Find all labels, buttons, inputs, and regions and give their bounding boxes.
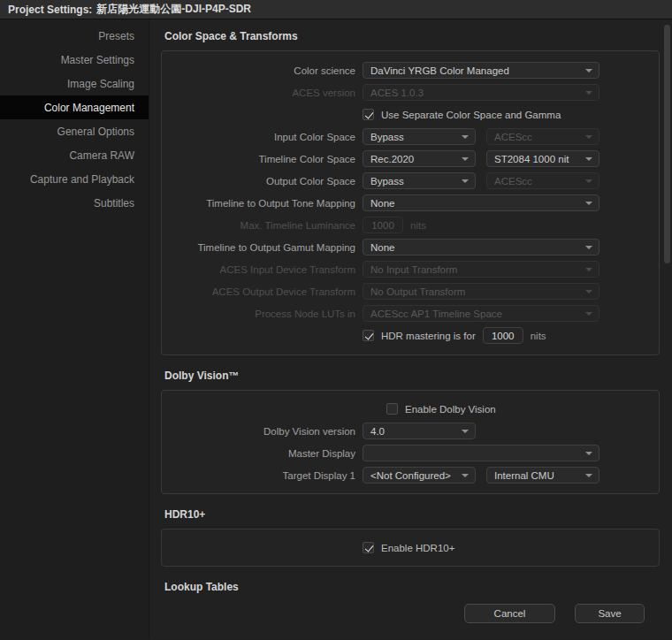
sidebar-item-image-scaling[interactable]: Image Scaling: [0, 72, 149, 95]
target-display-dropdown[interactable]: <Not Configured>: [363, 467, 476, 484]
output-color-space-value: Bypass: [370, 176, 404, 187]
timeline-color-space-label: Timeline Color Space: [162, 154, 363, 164]
target-display-value: <Not Configured>: [370, 470, 451, 481]
chevron-down-icon: [585, 452, 592, 455]
dolby-version-value: 4.0: [370, 426, 385, 437]
sidebar-item-master-settings[interactable]: Master Settings: [0, 48, 149, 72]
project-name: 新店陽光運動公園-DJI-P4P-SDR: [96, 2, 251, 17]
chevron-down-icon: [585, 246, 592, 249]
separate-gamma-checkbox[interactable]: [363, 109, 374, 120]
sidebar-item-color-management[interactable]: Color Management: [0, 95, 149, 119]
aces-output-transform-value: No Output Transform: [370, 286, 465, 297]
master-display-label: Master Display: [162, 448, 363, 459]
chevron-down-icon: [462, 430, 469, 433]
enable-hdr10plus-row: Enable HDR10+: [162, 537, 659, 559]
aces-input-transform-value: No Input Transform: [370, 264, 457, 275]
timeline-gamma-dropdown[interactable]: ST2084 1000 nit: [486, 150, 599, 167]
timeline-gamma-value: ST2084 1000 nit: [494, 154, 569, 164]
gamut-mapping-value: None: [370, 242, 395, 253]
output-color-space-dropdown[interactable]: Bypass: [363, 172, 476, 189]
cancel-button[interactable]: Cancel: [464, 604, 555, 623]
hdr-mastering-input[interactable]: [483, 327, 523, 344]
input-color-space-row: Input Color Space Bypass ACEScc: [162, 126, 659, 148]
enable-dolby-label: Enable Dolby Vision: [405, 404, 496, 415]
enable-dolby-checkbox[interactable]: [386, 403, 398, 415]
process-node-luts-dropdown: ACEScc AP1 Timeline Space: [363, 305, 599, 322]
aces-input-transform-label: ACES Input Device Transform: [162, 264, 363, 275]
separate-gamma-row: Use Separate Color Space and Gamma: [162, 103, 659, 126]
color-space-panel: Color science DaVinci YRGB Color Managed…: [161, 50, 660, 355]
color-science-dropdown[interactable]: DaVinci YRGB Color Managed: [363, 62, 599, 79]
scrollbar-thumb[interactable]: [664, 25, 670, 263]
aces-output-transform-dropdown: No Output Transform: [363, 283, 599, 300]
enable-dolby-row: Enable Dolby Vision: [162, 398, 659, 420]
output-gamma-value: ACEScc: [494, 176, 532, 187]
dolby-version-label: Dolby Vision version: [162, 426, 363, 437]
hdr10plus-panel: Enable HDR10+: [161, 529, 660, 567]
max-timeline-luminance-label: Max. Timeline Luminance: [162, 220, 363, 231]
output-color-space-row: Output Color Space Bypass ACEScc: [162, 170, 659, 192]
tone-mapping-value: None: [370, 198, 395, 209]
dolby-vision-panel: Enable Dolby Vision Dolby Vision version…: [161, 390, 660, 494]
tone-mapping-dropdown[interactable]: None: [363, 194, 599, 211]
sidebar-item-subtitles[interactable]: Subtitles: [0, 191, 149, 215]
max-timeline-luminance-row: Max. Timeline Luminance nits: [162, 214, 659, 236]
aces-version-label: ACES version: [162, 88, 363, 98]
target-display-label: Target Display 1: [162, 470, 363, 481]
input-color-space-value: Bypass: [370, 132, 404, 142]
process-node-luts-label: Process Node LUTs in: [162, 309, 363, 319]
color-science-label: Color science: [162, 65, 363, 76]
save-button[interactable]: Save: [575, 604, 645, 623]
max-timeline-luminance-input: [363, 217, 403, 233]
input-color-space-label: Input Color Space: [162, 132, 363, 142]
hdr-mastering-unit: nits: [531, 331, 546, 341]
tone-mapping-row: Timeline to Output Tone Mapping None: [162, 192, 659, 214]
hdr-mastering-checkbox[interactable]: [363, 330, 374, 341]
master-display-dropdown[interactable]: [363, 445, 599, 461]
tone-mapping-label: Timeline to Output Tone Mapping: [162, 198, 363, 209]
color-science-row: Color science DaVinci YRGB Color Managed: [162, 59, 659, 81]
chevron-down-icon: [462, 474, 469, 477]
sidebar-item-camera-raw[interactable]: Camera RAW: [0, 143, 149, 167]
process-node-luts-row: Process Node LUTs in ACEScc AP1 Timeline…: [162, 302, 659, 324]
chevron-down-icon: [585, 135, 592, 139]
chevron-down-icon: [585, 290, 592, 293]
color-science-value: DaVinci YRGB Color Managed: [370, 65, 509, 76]
aces-version-row: ACES version ACES 1.0.3: [162, 81, 659, 103]
dolby-version-dropdown[interactable]: 4.0: [363, 423, 476, 439]
gamut-mapping-label: Timeline to Output Gamut Mapping: [162, 242, 363, 253]
settings-content: Color Space & Transforms Color science D…: [149, 19, 672, 639]
target-display-cmu-dropdown[interactable]: Internal CMU: [486, 467, 599, 484]
target-display-cmu-value: Internal CMU: [494, 470, 554, 481]
chevron-down-icon: [462, 135, 469, 139]
hdr10plus-heading: HDR10+: [164, 508, 672, 521]
lookup-tables-heading: Lookup Tables: [164, 581, 672, 593]
chevron-down-icon: [585, 202, 592, 205]
hdr-mastering-row: HDR mastering is for nits: [162, 324, 659, 347]
enable-hdr10plus-label: Enable HDR10+: [381, 543, 454, 553]
timeline-color-space-dropdown[interactable]: Rec.2020: [363, 150, 476, 167]
enable-hdr10plus-checkbox[interactable]: [363, 542, 374, 553]
gamut-mapping-dropdown[interactable]: None: [363, 239, 599, 255]
chevron-down-icon: [585, 268, 592, 271]
separate-gamma-label: Use Separate Color Space and Gamma: [381, 110, 561, 120]
aces-version-value: ACES 1.0.3: [370, 88, 424, 98]
sidebar-item-general-options[interactable]: General Options: [0, 119, 149, 143]
input-gamma-value: ACEScc: [494, 132, 532, 142]
settings-sidebar: Presets Master Settings Image Scaling Co…: [0, 19, 149, 639]
chevron-down-icon: [585, 312, 592, 316]
dialog-footer: Cancel Save: [464, 604, 645, 623]
hdr-mastering-label: HDR mastering is for: [381, 331, 476, 341]
aces-version-dropdown: ACES 1.0.3: [363, 84, 599, 101]
chevron-down-icon: [462, 157, 469, 161]
output-color-space-label: Output Color Space: [162, 176, 363, 187]
chevron-down-icon: [585, 474, 592, 477]
input-color-space-dropdown[interactable]: Bypass: [363, 128, 476, 145]
aces-output-transform-label: ACES Output Device Transform: [162, 286, 363, 297]
window-titlebar: Project Settings: 新店陽光運動公園-DJI-P4P-SDR: [0, 0, 672, 19]
sidebar-item-capture-playback[interactable]: Capture and Playback: [0, 167, 149, 191]
titlebar-prefix: Project Settings:: [8, 4, 92, 16]
sidebar-item-presets[interactable]: Presets: [0, 24, 149, 48]
chevron-down-icon: [462, 179, 469, 183]
timeline-color-space-row: Timeline Color Space Rec.2020 ST2084 100…: [162, 148, 659, 170]
